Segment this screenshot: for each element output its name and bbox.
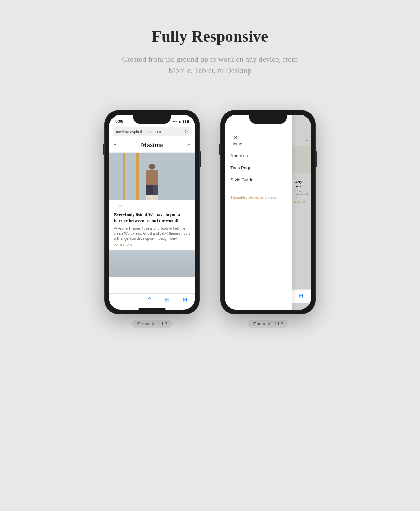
- phone1-post-title: Everybody listen! We have to put a barri…: [109, 212, 195, 226]
- phone2-menu-close-icon[interactable]: ✕: [228, 130, 244, 145]
- phone2-behind-star-icon: ☆: [292, 173, 311, 180]
- phone1-app-title: Maxima: [141, 142, 163, 149]
- person-feet: [146, 195, 158, 200]
- person-foot-right: [153, 195, 158, 200]
- phone1-nav: ≡ Maxima ○: [109, 138, 195, 153]
- phone2-behind-nav: ≡: [292, 115, 311, 146]
- phone1-back-icon[interactable]: ‹: [117, 297, 119, 303]
- phone2-menu-overlay: ✕ Home About us Tags Page Style Guide Th…: [225, 115, 292, 310]
- phone1-frame: 5:08 ••• ▲ ▮▮▮ maxima.aspirethemes.com ↻: [104, 110, 200, 314]
- phone1-bookmarks-icon[interactable]: ⊟: [165, 296, 169, 303]
- phone1-post-date: 22 DEC 2015: [109, 243, 195, 250]
- phone2-screen: 5:08 ••• ▲ ▮▮▮ maxima.aspirethemes.com ↻…: [225, 115, 311, 310]
- phone1-browser-content: ≡ Maxima ○: [109, 138, 195, 293]
- person-foot-left: [146, 195, 151, 200]
- phone1-wifi-icon: ▲: [178, 120, 181, 123]
- phone1-refresh-icon[interactable]: ↻: [184, 129, 188, 134]
- phone2-menu-item-about[interactable]: About us: [230, 150, 287, 162]
- phone1-screen: 5:08 ••• ▲ ▮▮▮ maxima.aspirethemes.com ↻: [109, 115, 195, 310]
- phone2-behind-title: Every barre: [292, 180, 311, 188]
- phone2-menu-item-style[interactable]: Style Guide: [230, 174, 287, 186]
- phone2-menu-tagline: Thoughts, stories and ideas.: [225, 188, 292, 199]
- phone2-label: iPhone X - 11.3: [248, 320, 288, 328]
- phone1-notch: [133, 115, 171, 124]
- phone1-address-bar[interactable]: maxima.aspirethemes.com ↻: [112, 127, 192, 136]
- phone1-wrapper: 5:08 ••• ▲ ▮▮▮ maxima.aspirethemes.com ↻: [104, 110, 200, 328]
- phone1-search-icon[interactable]: ○: [188, 143, 190, 148]
- phone1-address-text: maxima.aspirethemes.com: [116, 130, 161, 134]
- phone2-notch: [249, 115, 287, 124]
- phone2-wrapper: 5:08 ••• ▲ ▮▮▮ maxima.aspirethemes.com ↻…: [220, 110, 316, 328]
- phone1-wall-stripe2: [136, 153, 139, 200]
- phone1-home-indicator: [138, 308, 166, 310]
- phone1-hamburger-icon[interactable]: ≡: [114, 143, 117, 148]
- phones-container: 5:08 ••• ▲ ▮▮▮ maxima.aspirethemes.com ↻: [104, 110, 316, 328]
- phone1-post-image2: [109, 250, 195, 277]
- phone1-safari-bottom: ‹ › ⇧ ⊟ ⊞: [109, 293, 195, 307]
- phone2-behind-post-img: [292, 146, 311, 173]
- phone1-person-figure: [146, 164, 158, 200]
- phone1-status-time: 5:08: [115, 119, 123, 124]
- phone2-frame: 5:08 ••• ▲ ▮▮▮ maxima.aspirethemes.com ↻…: [220, 110, 316, 314]
- phone2-behind-excerpt: At Aspire create W will rang: [292, 188, 311, 200]
- phone1-label: iPhone X - 11.3: [132, 320, 172, 328]
- phone2-menu-item-tags[interactable]: Tags Page: [230, 162, 287, 174]
- phone1-wall-stripe1: [123, 153, 125, 200]
- phone2-behind-hamburger-icon: ≡: [306, 138, 308, 143]
- phone1-signal-icon: •••: [173, 120, 177, 123]
- subtitle: Created from the ground up to work on an…: [111, 53, 309, 76]
- phone1-battery-icon: ▮▮▮: [183, 120, 189, 123]
- phone1-share-icon[interactable]: ⇧: [147, 296, 152, 303]
- phone1-star-icon[interactable]: ☆: [114, 202, 127, 210]
- phone2-behind-date: 22 DEC 20: [292, 200, 311, 203]
- phone1-post-image: [109, 153, 195, 200]
- main-title: Fully Responsive: [111, 27, 309, 45]
- phone2-behind-menu: ≡ ☆ Every barre At Aspire create W will …: [292, 115, 311, 310]
- phone1-tabs-icon[interactable]: ⊞: [183, 296, 187, 303]
- phone1-post-meta-bar: ☆: [109, 200, 195, 212]
- person-body: [146, 170, 158, 185]
- person-leg-right: [153, 185, 158, 195]
- phone1-post-excerpt: At Aspire Themes I use a lot of tools to…: [109, 226, 195, 243]
- phone1-status-icons: ••• ▲ ▮▮▮: [173, 120, 189, 123]
- person-head: [149, 164, 155, 170]
- phone1-forward-icon[interactable]: ›: [132, 297, 134, 303]
- phone2-tabs-icon[interactable]: ⊞: [299, 292, 303, 299]
- person-legs: [146, 185, 158, 195]
- header-section: Fully Responsive Created from the ground…: [111, 27, 309, 76]
- person-leg-left: [146, 185, 151, 195]
